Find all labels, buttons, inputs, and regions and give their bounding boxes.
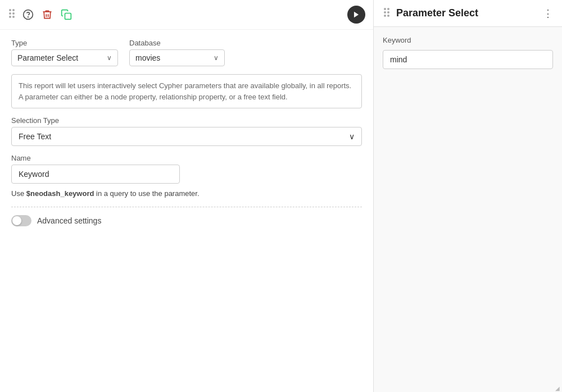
selection-type-select[interactable]: Free Text ∨ bbox=[11, 127, 362, 146]
svg-point-4 bbox=[9, 16, 11, 18]
type-chevron-icon: ∨ bbox=[107, 54, 112, 62]
play-button[interactable] bbox=[347, 6, 365, 24]
svg-point-1 bbox=[12, 9, 15, 11]
right-header: Parameter Select ⋮ bbox=[374, 0, 562, 27]
delete-icon[interactable] bbox=[40, 8, 54, 21]
svg-point-15 bbox=[387, 15, 389, 17]
description-box: This report will let users interactively… bbox=[11, 74, 362, 108]
svg-marker-9 bbox=[354, 12, 359, 18]
type-label: Type bbox=[11, 39, 118, 47]
svg-point-5 bbox=[12, 16, 15, 18]
left-panel: Type Parameter Select ∨ Database movies … bbox=[0, 0, 374, 392]
svg-point-3 bbox=[12, 12, 15, 15]
advanced-settings-toggle[interactable] bbox=[11, 215, 31, 226]
svg-point-14 bbox=[384, 15, 386, 17]
selection-type-value: Free Text bbox=[19, 132, 51, 141]
right-panel-title: Parameter Select bbox=[396, 7, 537, 19]
keyword-input[interactable] bbox=[383, 50, 553, 69]
type-group: Type Parameter Select ∨ bbox=[11, 39, 118, 66]
toolbar bbox=[0, 0, 373, 30]
keyword-group: Keyword bbox=[383, 36, 553, 69]
database-select[interactable]: movies ∨ bbox=[129, 49, 225, 66]
divider bbox=[11, 207, 362, 207]
param-hint-suffix: in a query to use the parameter. bbox=[94, 189, 199, 198]
name-input[interactable] bbox=[11, 165, 180, 184]
keyword-label: Keyword bbox=[383, 36, 553, 44]
form-area: Type Parameter Select ∨ Database movies … bbox=[0, 30, 373, 392]
svg-point-11 bbox=[387, 8, 389, 10]
database-select-value: movies bbox=[135, 53, 160, 62]
copy-icon[interactable] bbox=[60, 8, 73, 21]
database-label: Database bbox=[129, 39, 225, 47]
svg-point-12 bbox=[384, 11, 386, 13]
selection-type-chevron-icon: ∨ bbox=[349, 132, 355, 141]
name-label: Name bbox=[11, 154, 362, 162]
type-select[interactable]: Parameter Select ∨ bbox=[11, 49, 118, 66]
database-chevron-icon: ∨ bbox=[214, 54, 219, 62]
right-panel: Parameter Select ⋮ Keyword ◢ bbox=[374, 0, 562, 392]
resize-handle-icon[interactable]: ◢ bbox=[555, 385, 561, 391]
selection-type-label: Selection Type bbox=[11, 116, 362, 125]
help-icon[interactable] bbox=[21, 8, 35, 21]
param-hint-prefix: Use bbox=[11, 189, 26, 198]
svg-rect-8 bbox=[65, 13, 71, 20]
param-hint: Use $neodash_keyword in a query to use t… bbox=[11, 189, 362, 198]
database-group: Database movies ∨ bbox=[129, 39, 225, 66]
selection-type-group: Selection Type Free Text ∨ bbox=[11, 116, 362, 146]
svg-point-13 bbox=[387, 11, 389, 13]
advanced-settings-label: Advanced settings bbox=[37, 216, 101, 225]
name-group: Name bbox=[11, 154, 362, 184]
svg-point-10 bbox=[384, 8, 386, 10]
resize-area: ◢ bbox=[374, 386, 562, 392]
description-text: This report will let users interactively… bbox=[19, 81, 351, 101]
svg-point-7 bbox=[28, 17, 29, 17]
type-database-row: Type Parameter Select ∨ Database movies … bbox=[11, 39, 362, 66]
advanced-settings-row: Advanced settings bbox=[11, 215, 362, 226]
right-content: Keyword bbox=[374, 27, 562, 386]
type-select-value: Parameter Select bbox=[17, 53, 78, 62]
more-options-icon[interactable]: ⋮ bbox=[543, 7, 553, 20]
param-hint-bold: $neodash_keyword bbox=[26, 189, 94, 198]
right-drag-handle[interactable] bbox=[383, 7, 391, 20]
toggle-knob bbox=[12, 216, 21, 225]
svg-point-2 bbox=[9, 12, 11, 15]
drag-handle[interactable] bbox=[8, 8, 16, 21]
svg-point-0 bbox=[9, 9, 11, 11]
